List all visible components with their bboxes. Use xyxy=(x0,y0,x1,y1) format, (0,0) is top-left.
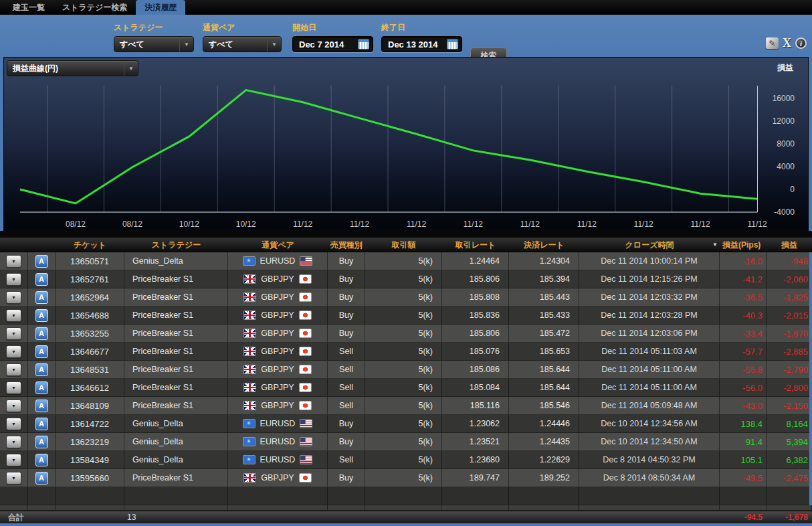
calendar-icon[interactable] xyxy=(358,39,369,50)
expand-row-button[interactable]: ▼ xyxy=(6,273,21,286)
currency-pair: GBPJPY xyxy=(261,329,294,338)
us-flag-icon xyxy=(300,456,312,464)
open-rate: 1.23521 xyxy=(442,433,509,451)
expand-row-button[interactable]: ▼ xyxy=(6,400,21,412)
close-time: Dec 11 2014 12:03:32 PM xyxy=(579,288,720,306)
expand-row-button[interactable]: ▼ xyxy=(6,472,21,485)
expand-row-button[interactable]: ▼ xyxy=(6,363,21,376)
strategy-filter-label: ストラテジー xyxy=(114,22,194,33)
y-tick-label: 0 xyxy=(763,185,795,194)
eu-flag-icon: ✳ xyxy=(243,420,255,428)
pl-pips: -33.4 xyxy=(720,325,767,343)
uk-flag-icon xyxy=(244,329,256,337)
uk-flag-icon xyxy=(244,293,256,301)
column-header-open_rate[interactable]: 取引レート xyxy=(442,238,509,252)
trade-amount: 5(k) xyxy=(365,433,442,451)
expand-row-button[interactable]: ▼ xyxy=(6,454,21,466)
column-header-strategy[interactable]: ストラテジー xyxy=(124,238,228,252)
expand-row-button[interactable]: ▼ xyxy=(6,418,21,430)
pl-pips: -57.7 xyxy=(720,343,767,361)
column-header-pl[interactable]: 損益 xyxy=(767,238,812,252)
top-tab-bar: 建玉一覧 ストラテジー検索 決済履歴 xyxy=(0,0,812,15)
pl-curve-chart xyxy=(0,57,812,231)
currency-pair: EURUSD xyxy=(260,419,296,428)
uk-flag-icon xyxy=(244,365,256,373)
column-header-ticket[interactable]: チケット xyxy=(56,238,124,252)
total-label: 合計 xyxy=(8,511,24,524)
auto-trade-button[interactable]: A xyxy=(35,345,48,358)
x-tick-label: 11/12 xyxy=(407,220,426,229)
expand-row-button[interactable]: ▼ xyxy=(6,327,21,340)
tab-strategy-search[interactable]: ストラテジー検索 xyxy=(54,0,136,15)
start-date-field[interactable]: Dec 7 2014 xyxy=(292,36,373,52)
auto-trade-button[interactable]: A xyxy=(35,381,48,394)
table-scrollbar[interactable] xyxy=(809,252,812,505)
pl-pips: -56.0 xyxy=(720,379,767,397)
table-row: ▼A13650571Genius_Delta✳EURUSDBuy5(k)1.24… xyxy=(0,252,812,270)
uk-flag-icon xyxy=(244,347,256,355)
currency-pair: EURUSD xyxy=(260,455,296,464)
expand-row-button[interactable]: ▼ xyxy=(6,255,21,268)
x-tick-label: 10/12 xyxy=(236,220,256,229)
open-rate: 185.806 xyxy=(442,325,509,343)
strategy-filter-dropdown[interactable]: すべて ▼ xyxy=(114,36,194,52)
info-icon[interactable]: i xyxy=(795,37,807,49)
auto-trade-button[interactable]: A xyxy=(35,363,48,376)
expand-row-button[interactable]: ▼ xyxy=(6,436,21,448)
pair-filter-value: すべて xyxy=(203,39,267,50)
pl-yen: -1,670 xyxy=(767,325,812,343)
jp-flag-icon xyxy=(300,474,311,482)
column-header-pair[interactable]: 通貨ペア xyxy=(228,238,328,252)
open-rate: 185.084 xyxy=(442,379,509,397)
auto-trade-button[interactable]: A xyxy=(35,309,48,322)
currency-pair-cell: GBPJPY xyxy=(228,397,328,415)
open-rate: 189.747 xyxy=(442,469,509,487)
auto-trade-button[interactable]: A xyxy=(35,291,48,304)
export-report-icon[interactable]: ✎ xyxy=(766,37,779,49)
empty-row xyxy=(0,487,812,505)
jp-flag-icon xyxy=(300,275,311,283)
side-label: Buy xyxy=(328,469,365,487)
column-header-pips[interactable]: 損益(Pips) xyxy=(720,238,767,252)
jp-flag-icon xyxy=(300,365,311,373)
auto-trade-button[interactable]: A xyxy=(35,418,48,430)
auto-trade-button[interactable]: A xyxy=(35,327,48,340)
column-header-close_rate[interactable]: 決済レート xyxy=(509,238,579,252)
auto-trade-button[interactable]: A xyxy=(35,472,48,485)
expand-row-button[interactable]: ▼ xyxy=(6,381,21,394)
excel-export-icon[interactable]: X xyxy=(783,37,791,49)
strategy-name: PriceBreaker S1 xyxy=(124,306,228,325)
x-tick-label: 11/12 xyxy=(691,220,710,229)
currency-pair: GBPJPY xyxy=(261,383,294,392)
end-date-field[interactable]: Dec 13 2014 xyxy=(381,36,462,52)
auto-trade-button[interactable]: A xyxy=(35,436,48,448)
trade-amount: 5(k) xyxy=(365,270,442,288)
ticket-number: 13646612 xyxy=(56,379,124,397)
column-header-blank xyxy=(28,238,56,252)
expand-row-button[interactable]: ▼ xyxy=(6,291,21,304)
expand-row-button[interactable]: ▼ xyxy=(6,345,21,358)
pl-pips: 91.4 xyxy=(720,433,767,451)
tab-trade-history[interactable]: 決済履歴 xyxy=(136,0,185,15)
auto-trade-button[interactable]: A xyxy=(35,255,48,268)
start-date-group: 開始日 Dec 7 2014 xyxy=(292,22,373,52)
open-rate: 1.23680 xyxy=(442,451,509,469)
column-header-amount[interactable]: 取引額 xyxy=(365,238,442,252)
auto-trade-button[interactable]: A xyxy=(35,400,48,412)
auto-trade-button[interactable]: A xyxy=(35,273,48,286)
pl-yen: -2,060 xyxy=(767,270,812,288)
side-label: Sell xyxy=(328,451,365,469)
uk-flag-icon xyxy=(244,383,256,391)
pair-filter-dropdown[interactable]: すべて ▼ xyxy=(203,36,282,52)
currency-pair-cell: GBPJPY xyxy=(228,270,328,288)
calendar-icon[interactable] xyxy=(447,39,458,50)
column-header-side[interactable]: 売買種別 xyxy=(328,238,365,252)
tab-open-positions[interactable]: 建玉一覧 xyxy=(4,0,54,15)
chart-type-dropdown[interactable]: 損益曲線(円) ▼ xyxy=(7,60,138,76)
auto-trade-button[interactable]: A xyxy=(35,454,48,466)
column-header-close_time[interactable]: クローズ時間▼ xyxy=(579,238,720,252)
chart-axis-title: 損益 xyxy=(777,62,793,74)
expand-row-button[interactable]: ▼ xyxy=(6,309,21,322)
trade-amount: 5(k) xyxy=(365,469,442,487)
side-label: Buy xyxy=(328,433,365,451)
